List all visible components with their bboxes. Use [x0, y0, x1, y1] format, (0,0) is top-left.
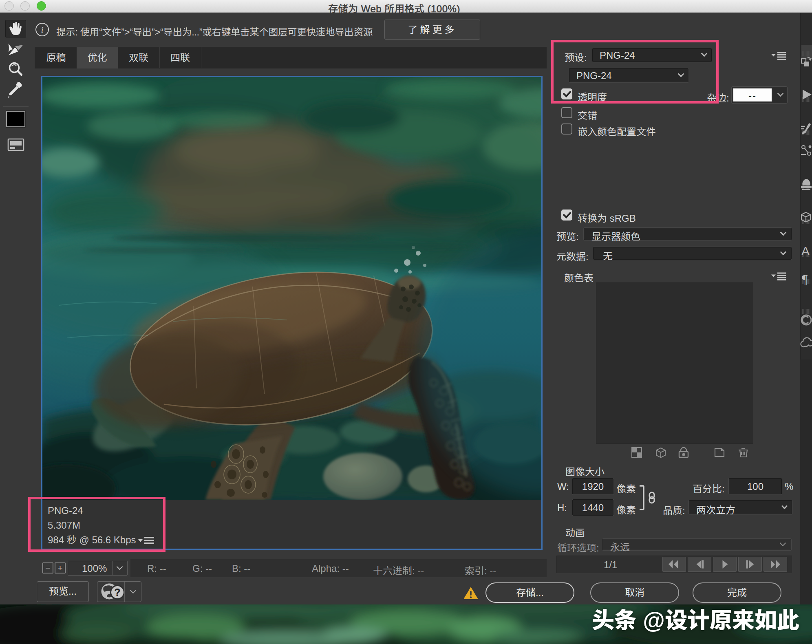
svg-text:¶: ¶: [802, 272, 808, 287]
svg-text:?: ?: [114, 587, 120, 598]
svg-text:A: A: [801, 244, 810, 258]
